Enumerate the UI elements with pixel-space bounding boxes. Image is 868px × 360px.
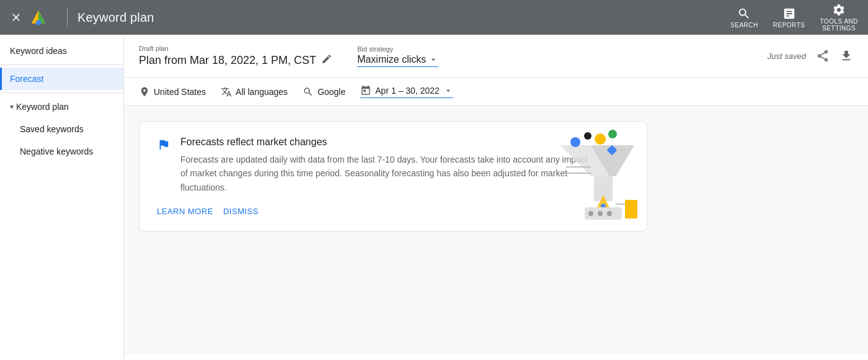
just-saved-status: Just saved: [768, 52, 806, 61]
bid-strategy-dropdown[interactable]: Maximize clicks: [357, 54, 438, 67]
sidebar: Keyword ideas Forecast ▾ Keyword plan Sa…: [0, 35, 124, 360]
plan-name-row: Plan from Mar 18, 2022, 1 PM, CST: [139, 53, 332, 67]
date-filter[interactable]: Apr 1 – 30, 2022: [360, 85, 453, 98]
sidebar-item-forecast[interactable]: Forecast: [0, 68, 123, 90]
sidebar-divider-2: [0, 92, 123, 93]
header-divider: [67, 7, 68, 27]
language-value: All languages: [236, 87, 288, 97]
date-range-value: Apr 1 – 30, 2022: [375, 86, 440, 96]
svg-point-19: [588, 211, 593, 216]
top-header: Keyword plan SEARCH REPORTS TOOLS AND SE…: [0, 0, 868, 35]
share-button[interactable]: [816, 49, 830, 63]
svg-point-2: [36, 20, 41, 25]
svg-point-11: [584, 132, 591, 140]
plan-name-text: Plan from Mar 18, 2022, 1 PM, CST: [139, 54, 316, 67]
language-filter[interactable]: All languages: [221, 86, 288, 97]
forecast-content: Forecasts reflect market changes Forecas…: [124, 106, 868, 354]
card-illustration: [523, 122, 647, 231]
sidebar-item-keyword-plan[interactable]: ▾ Keyword plan: [0, 96, 123, 118]
learn-more-button[interactable]: LEARN MORE: [157, 207, 213, 216]
filters-bar: United States All languages Google Apr 1…: [124, 78, 868, 106]
plan-info: Draft plan Plan from Mar 18, 2022, 1 PM,…: [139, 45, 332, 67]
sidebar-item-saved-keywords[interactable]: Saved keywords: [0, 118, 123, 140]
reports-nav-button[interactable]: REPORTS: [773, 7, 805, 29]
bid-strategy-label: Bid strategy: [357, 45, 438, 53]
svg-rect-18: [625, 200, 637, 218]
edit-plan-icon[interactable]: [321, 53, 332, 67]
sidebar-divider-1: [0, 65, 123, 65]
download-button[interactable]: [839, 49, 853, 63]
svg-point-12: [595, 133, 606, 145]
page-title: Keyword plan: [78, 11, 154, 25]
content-area: Draft plan Plan from Mar 18, 2022, 1 PM,…: [124, 35, 868, 360]
location-filter[interactable]: United States: [139, 86, 206, 97]
flag-icon: [157, 138, 170, 153]
bid-strategy-section: Bid strategy Maximize clicks: [357, 45, 438, 67]
svg-point-10: [570, 137, 580, 147]
chevron-down-icon: ▾: [10, 102, 14, 111]
sidebar-item-keyword-ideas[interactable]: Keyword ideas: [0, 40, 123, 62]
sidebar-item-negative-keywords[interactable]: Negative keywords: [0, 140, 123, 163]
svg-point-20: [598, 211, 603, 216]
close-button[interactable]: [10, 11, 22, 24]
network-value: Google: [317, 87, 345, 97]
google-ads-logo: [30, 9, 47, 26]
plan-header: Draft plan Plan from Mar 18, 2022, 1 PM,…: [124, 35, 868, 78]
location-value: United States: [154, 87, 206, 97]
tools-settings-nav-button[interactable]: TOOLS AND SETTINGS: [820, 3, 858, 32]
svg-point-21: [607, 211, 612, 216]
main-layout: Keyword ideas Forecast ▾ Keyword plan Sa…: [0, 35, 868, 360]
svg-point-13: [608, 130, 617, 138]
search-nav-button[interactable]: SEARCH: [730, 7, 758, 29]
network-filter[interactable]: Google: [303, 86, 345, 97]
plan-header-right: Just saved: [768, 49, 853, 63]
dismiss-button[interactable]: DISMISS: [223, 207, 259, 216]
info-card: Forecasts reflect market changes Forecas…: [139, 121, 647, 232]
header-nav: SEARCH REPORTS TOOLS AND SETTINGS: [730, 3, 858, 32]
draft-plan-label: Draft plan: [139, 45, 332, 52]
